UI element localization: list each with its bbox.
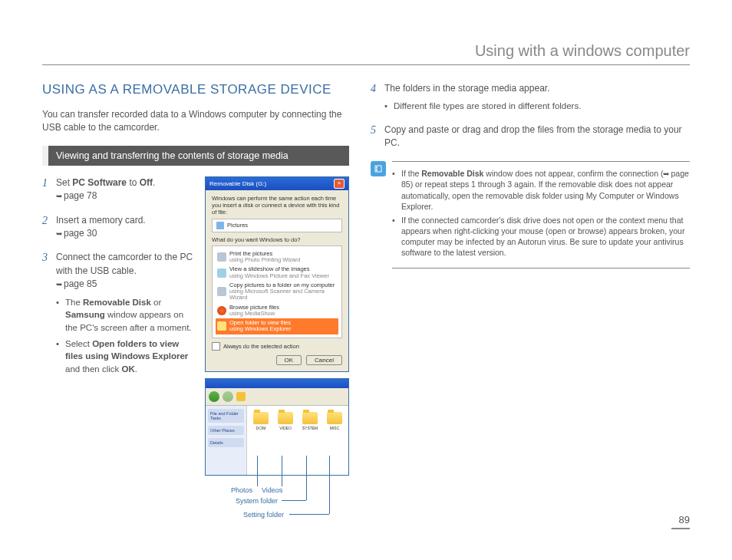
back-icon[interactable] [209,391,219,402]
explorer-titlebar [206,379,348,388]
list-item[interactable]: Print the picturesusing Photo Printing W… [216,249,338,265]
bullet: The Removable Disk or Samsung window app… [56,296,196,334]
bullet: Select Open folders to view files using … [56,338,196,376]
dialog-buttons: OK Cancel [212,355,342,365]
page-ref: page 30 [56,228,97,239]
folder-item[interactable]: DCIM [252,412,270,469]
note-item: If the Removable Disk window does not ap… [392,168,690,212]
page-number-bar [671,528,690,529]
dialog-prompt: Windows can perform the same action each… [212,195,342,216]
list-item[interactable]: Browse picture filesusing MediaShow [216,303,338,319]
step-5: 5 Copy and paste or drag and drop the fi… [371,124,690,150]
list-item-selected[interactable]: Open folder to view filesusing Windows E… [216,318,338,334]
action-list[interactable]: Print the picturesusing Photo Printing W… [212,245,342,338]
screenshots-column: Removable Disk (G:) × Windows can perfor… [205,176,349,526]
left-column: USING AS A REMOVABLE STORAGE DEVICE You … [42,82,349,526]
media-info: Pictures [212,219,342,232]
explorer-window: File and Folder Tasks Other Places Detai… [205,378,349,476]
slideshow-icon [217,268,226,278]
dialog-titlebar: Removable Disk (G:) × [206,177,348,190]
folder-icon [217,321,226,331]
right-column: 4 The folders in the storage media appea… [371,82,690,526]
manual-page: Using with a windows computer USING AS A… [0,0,732,560]
subheader: Viewing and transferring the contents of… [42,146,349,166]
folder-icon [327,412,342,424]
dialog-body: Windows can perform the same action each… [206,190,348,371]
steps-list-right: 4 The folders in the storage media appea… [371,82,690,150]
step-3-bullets: The Removable Disk or Samsung window app… [56,296,196,376]
removable-disk-dialog: Removable Disk (G:) × Windows can perfor… [205,176,349,372]
ok-button[interactable]: OK [276,355,302,365]
forward-icon[interactable] [223,391,233,402]
camera-icon [217,287,226,296]
pictures-icon [216,222,224,229]
header-title: Using with a windows computer [42,42,690,60]
dialog-title: Removable Disk (G:) [209,180,266,187]
page-number: 89 [671,514,690,529]
explorer-sidebar: File and Folder Tasks Other Places Detai… [206,406,247,475]
page-ref: page 78 [56,190,97,201]
list-item[interactable]: View a slideshow of the imagesusing Wind… [216,265,338,281]
explorer-main: DCIM VIDEO SYSTEM [247,406,348,475]
close-icon[interactable]: × [334,179,345,189]
note-box: If the Removable Disk window does not ap… [371,161,690,268]
list-item[interactable]: Copy pictures to a folder on my computer… [216,281,338,303]
folder-callouts: Photos Videos System folder Setting fold… [205,480,349,526]
explorer-toolbar [206,388,348,406]
step-4-bullets: Different file types are stored in diffe… [384,100,690,113]
checkbox[interactable] [212,342,220,351]
note-icon [371,161,386,176]
side-panel: Other Places [208,426,244,435]
columns: USING AS A REMOVABLE STORAGE DEVICE You … [42,82,690,526]
note-item: If the connected camcorder's disk drive … [392,215,690,259]
step-4: 4 The folders in the storage media appea… [371,82,690,113]
step-3: Connect the camcorder to the PC with the… [42,251,196,375]
folder-item[interactable]: MISC [325,412,344,469]
checkbox-row[interactable]: Always do the selected action [212,342,342,351]
side-panel: Details [208,438,244,447]
folder-icon [302,412,318,424]
explorer-content: File and Folder Tasks Other Places Detai… [206,406,348,475]
cancel-button[interactable]: Cancel [306,355,342,365]
step-1: Set PC Software to Off. page 78 [42,176,196,203]
callout-photos: Photos [231,486,252,494]
steps-list: Set PC Software to Off. page 78 Insert a… [42,176,196,376]
printer-icon [217,252,226,262]
header-rule [42,64,690,65]
steps-text: Set PC Software to Off. page 78 Insert a… [42,176,196,526]
note-list: If the Removable Disk window does not ap… [392,161,690,268]
section-title: USING AS A REMOVABLE STORAGE DEVICE [42,82,349,97]
side-panel: File and Folder Tasks [208,409,244,423]
callout-system: System folder [236,497,278,505]
intro-text: You can transfer recorded data to a Wind… [42,108,349,135]
dialog-question: What do you want Windows to do? [212,236,342,243]
folder-icon [278,412,293,424]
page-ref: page 85 [56,278,97,289]
checkbox-label: Always do the selected action [223,343,299,350]
mediashow-icon [217,306,226,315]
folder-icon [253,412,269,424]
bullet: Different file types are stored in diffe… [384,100,690,113]
folder-item[interactable]: SYSTEM [301,412,319,469]
steps-row: Set PC Software to Off. page 78 Insert a… [42,176,349,526]
step-2: Insert a memory card. page 30 [42,214,196,241]
callout-videos: Videos [262,486,282,494]
callout-setting: Setting folder [243,511,284,519]
folder-item[interactable]: VIDEO [276,412,295,469]
folder-up-icon[interactable] [236,392,246,401]
